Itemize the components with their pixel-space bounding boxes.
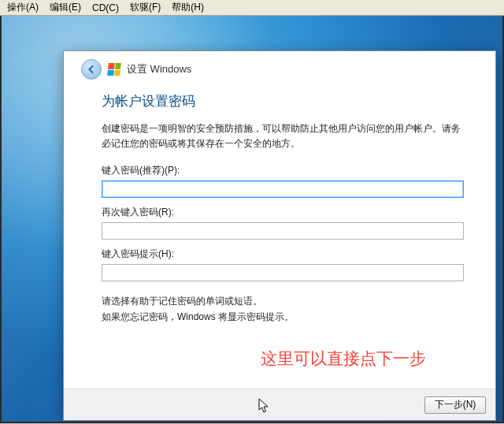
menu-action[interactable]: 操作(A) (2, 0, 44, 15)
back-button[interactable] (81, 59, 102, 80)
vm-menu-bar: 操作(A) 编辑(E) CD(C) 软驱(F) 帮助(H) (0, 0, 504, 16)
hint-line-1: 请选择有助于记住密码的单词或短语。 (102, 294, 464, 309)
hint-description: 请选择有助于记住密码的单词或短语。 如果您忘记密码，Windows 将显示密码提… (102, 294, 464, 324)
next-button[interactable]: 下一步(N) (424, 396, 486, 414)
setup-header-title: 设置 Windows (127, 62, 191, 76)
menu-floppy[interactable]: 软驱(F) (124, 0, 166, 15)
label-confirm-password: 再次键入密码(R): (102, 206, 464, 219)
windows-flag-icon (107, 63, 121, 76)
setup-header: 设置 Windows (64, 51, 495, 87)
hint-line-2: 如果您忘记密码，Windows 将显示密码提示。 (102, 310, 464, 325)
vm-display: 设置 Windows 为帐户设置密码 创建密码是一项明智的安全预防措施，可以帮助… (0, 16, 504, 423)
label-password-hint: 键入密码提示(H): (102, 247, 464, 261)
page-title: 为帐户设置密码 (102, 92, 464, 110)
tutorial-annotation: 这里可以直接点下一步 (261, 348, 426, 370)
menu-edit[interactable]: 编辑(E) (44, 0, 87, 15)
confirm-password-input[interactable] (102, 222, 464, 240)
setup-body: 为帐户设置密码 创建密码是一项明智的安全预防措施，可以帮助防止其他用户访问您的用… (64, 87, 495, 389)
menu-help[interactable]: 帮助(H) (166, 0, 209, 15)
password-hint-input[interactable] (102, 264, 464, 281)
page-description: 创建密码是一项明智的安全预防措施，可以帮助防止其他用户访问您的用户帐户。请务必记… (102, 121, 464, 151)
label-password: 键入密码(推荐)(P): (102, 164, 464, 177)
menu-cd[interactable]: CD(C) (87, 2, 124, 14)
password-input[interactable] (102, 180, 464, 198)
setup-footer: 下一步(N) (64, 389, 495, 420)
windows-setup-window: 设置 Windows 为帐户设置密码 创建密码是一项明智的安全预防措施，可以帮助… (63, 50, 496, 421)
arrow-left-icon (87, 65, 96, 74)
